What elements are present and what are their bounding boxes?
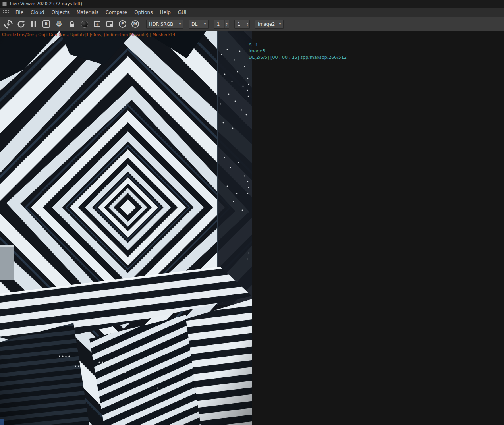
gear-icon: ⚙ — [56, 20, 62, 28]
render-image — [0, 31, 252, 425]
reset-button[interactable]: R — [41, 19, 52, 30]
send-scene-button[interactable] — [2, 19, 14, 30]
pause-icon — [30, 21, 37, 28]
menu-item-cloud[interactable]: Cloud — [27, 8, 48, 16]
film-region-button[interactable] — [104, 19, 116, 30]
menu-item-objects[interactable]: Objects — [48, 8, 73, 16]
pick-material-button[interactable]: M — [129, 19, 141, 30]
image-slot-value: Image2 — [258, 21, 275, 27]
image-slot-dropdown[interactable]: Image2 ▾ — [255, 20, 284, 29]
pause-render-button[interactable] — [28, 19, 39, 30]
chevron-down-icon: ▾ — [179, 22, 181, 26]
compare-a-button[interactable]: A — [249, 42, 252, 48]
region-plus-icon: + — [94, 21, 100, 27]
viewer-background — [252, 31, 504, 425]
render-viewport[interactable]: Check:1ms/0ms; Obj+Gen:0ms; Update[L]:0m… — [0, 31, 252, 425]
arrow-down-icon: ▼ — [226, 24, 228, 26]
render-status-text: Check:1ms/0ms; Obj+Gen:0ms; Update[L]:0m… — [2, 32, 176, 37]
preview-sphere-button[interactable] — [79, 19, 90, 30]
viewer-content: Check:1ms/0ms; Obj+Gen:0ms; Update[L]:0m… — [0, 31, 504, 425]
pick-focus-button[interactable]: F — [117, 19, 128, 30]
restart-icon — [17, 20, 25, 29]
stepper-b-arrows[interactable]: ▲ ▼ — [245, 20, 249, 28]
arrow-down-icon: ▼ — [247, 24, 248, 26]
stepper-a-arrows[interactable]: ▲ ▼ — [224, 20, 229, 28]
plus-glyph: + — [95, 22, 99, 27]
compare-b-button[interactable]: B — [255, 42, 258, 48]
reset-icon: R — [42, 20, 50, 28]
kernel-dropdown[interactable]: DL ▾ — [189, 20, 209, 29]
add-region-button[interactable]: + — [91, 19, 103, 30]
stepper-a-value: 1 — [214, 20, 224, 28]
render-stats: DL[2/5/5] [00 : 00 : 15] spp/maxspp:266/… — [249, 54, 347, 61]
send-scene-icon — [4, 20, 13, 29]
film-region-inner — [110, 24, 112, 26]
colorspace-value: HDR SRGB — [149, 21, 173, 27]
titlebar: Live Viewer 2020.2 (77 days left) — [0, 0, 504, 8]
chevron-down-icon: ▾ — [279, 22, 281, 26]
menu-item-file[interactable]: File — [12, 8, 27, 16]
sphere-icon — [81, 21, 88, 28]
film-region-icon — [106, 21, 113, 27]
settings-button[interactable]: ⚙ — [53, 19, 65, 30]
menu-item-materials[interactable]: Materials — [73, 8, 102, 16]
lock-resolution-button[interactable] — [66, 19, 77, 30]
focus-icon: F — [119, 20, 126, 28]
lock-icon — [68, 20, 76, 28]
menu-item-help[interactable]: Help — [156, 8, 174, 16]
stepper-a[interactable]: 1 ▲ ▼ — [214, 20, 229, 29]
colorspace-dropdown[interactable]: HDR SRGB ▾ — [146, 20, 183, 29]
stepper-b-value: 1 — [235, 20, 245, 28]
kernel-value: DL — [191, 21, 197, 27]
menu-item-compare[interactable]: Compare — [102, 8, 131, 16]
live-viewer-window: Live Viewer 2020.2 (77 days left) File C… — [0, 0, 504, 425]
toolbar: R ⚙ + F M — [0, 17, 504, 31]
app-icon — [2, 2, 7, 6]
buffer-name: Image3 — [249, 48, 347, 54]
menu-item-options[interactable]: Options — [131, 8, 156, 16]
render-overlay: A B Image3 DL[2/5/5] [00 : 00 : 15] spp/… — [249, 42, 347, 61]
chevron-down-icon: ▾ — [204, 22, 206, 26]
window-title: Live Viewer 2020.2 (77 days left) — [10, 1, 82, 6]
compare-buffers: A B — [249, 42, 347, 48]
material-icon: M — [131, 20, 139, 28]
menu-item-gui[interactable]: GUI — [174, 8, 190, 16]
restart-render-button[interactable] — [15, 19, 27, 30]
menubar: File Cloud Objects Materials Compare Opt… — [0, 8, 504, 17]
grip-dots-icon — [3, 10, 9, 14]
stepper-b[interactable]: 1 ▲ ▼ — [234, 20, 250, 29]
